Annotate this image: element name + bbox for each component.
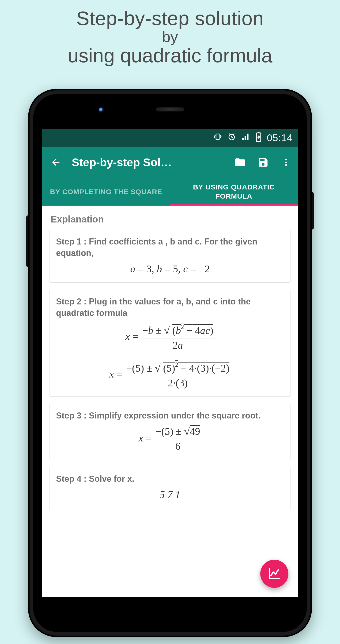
svg-point-4 bbox=[285, 162, 287, 163]
sub-b: 5 bbox=[135, 362, 141, 374]
app-title: Step-by-step Sol… bbox=[72, 156, 224, 169]
svg-point-3 bbox=[285, 159, 287, 160]
step-1-card: Step 1 : Find coefficients a , b and c. … bbox=[49, 230, 291, 283]
neg-b: −(5) bbox=[155, 426, 173, 437]
step-3-title: Step 3 : Simplify expression under the s… bbox=[56, 410, 284, 422]
vibrate-icon bbox=[213, 132, 222, 144]
step-2-title: Step 2 : Plug in the values for a, b, an… bbox=[56, 296, 284, 319]
phone-frame: 05:14 Step-by-step Sol… BY COMPLETING bbox=[28, 89, 312, 637]
sub-c: −2 bbox=[215, 362, 226, 374]
svg-point-5 bbox=[285, 164, 287, 166]
alarm-icon bbox=[227, 132, 236, 144]
promo-heading: Step-by-step solution by using quadratic… bbox=[0, 7, 340, 67]
step-2-card: Step 2 : Plug in the values for a, b, an… bbox=[49, 290, 291, 397]
step-4-title: Step 4 : Solve for x. bbox=[56, 473, 284, 485]
coeff-c: −2 bbox=[199, 263, 210, 275]
step-4-partial: 5 7 1 bbox=[56, 489, 284, 503]
step-4-card: Step 4 : Solve for x. 5 7 1 bbox=[49, 467, 291, 510]
app-bar: Step-by-step Sol… bbox=[42, 147, 298, 178]
coeff-a: 3 bbox=[146, 263, 151, 275]
step-2-formula: x = −b ± √ (b2 − 4ac) 2a bbox=[56, 324, 284, 352]
step-3-card: Step 3 : Simplify expression under the s… bbox=[49, 404, 291, 460]
tab-quadratic-formula[interactable]: BY USING QUADRATIC FORMULA bbox=[170, 178, 298, 206]
folder-button[interactable] bbox=[233, 155, 247, 169]
denominator: 6 bbox=[154, 439, 201, 453]
screen: 05:14 Step-by-step Sol… BY COMPLETING bbox=[42, 129, 298, 597]
graph-fab[interactable] bbox=[260, 560, 288, 588]
tab-completing-square[interactable]: BY COMPLETING THE SQUARE bbox=[42, 178, 170, 206]
battery-icon bbox=[255, 132, 262, 144]
device-camera bbox=[98, 107, 105, 113]
sub-b-sq: 5 bbox=[166, 362, 172, 374]
svg-rect-2 bbox=[258, 132, 259, 133]
step-1-title: Step 1 : Find coefficients a , b and c. … bbox=[56, 236, 284, 259]
promo-line-3: using quadratic formula bbox=[0, 44, 340, 67]
save-button[interactable] bbox=[256, 155, 270, 169]
step-1-math: a = 3, b = 5, c = −2 bbox=[56, 263, 284, 276]
step-2-substituted: x = −(5) ± √ (5)2 − 4·(3)·(−2) 2·(3) bbox=[56, 361, 284, 390]
content-area: Explanation Step 1 : Find coefficients a… bbox=[42, 206, 298, 597]
coeff-b: 5 bbox=[173, 263, 178, 275]
promo-line-2: by bbox=[0, 28, 340, 46]
promo-line-1: Step-by-step solution bbox=[0, 7, 340, 30]
sub-a-den: 3 bbox=[179, 377, 184, 389]
status-bar: 05:14 bbox=[42, 129, 298, 147]
device-speaker bbox=[156, 107, 184, 112]
overflow-menu-button[interactable] bbox=[279, 155, 293, 169]
back-button[interactable] bbox=[49, 155, 63, 169]
status-time: 05:14 bbox=[267, 132, 293, 144]
section-heading: Explanation bbox=[51, 214, 289, 224]
discriminant: 49 bbox=[190, 424, 200, 437]
signal-icon bbox=[241, 132, 250, 144]
step-3-math: x = −(5) ± √49 6 bbox=[56, 426, 284, 453]
sub-a: 3 bbox=[200, 362, 205, 374]
tab-bar: BY COMPLETING THE SQUARE BY USING QUADRA… bbox=[42, 178, 298, 206]
